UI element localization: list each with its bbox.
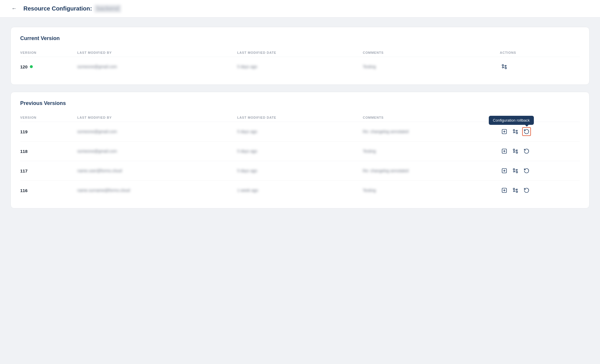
prev-col-header-modified-date: LAST MODIFIED DATE: [237, 113, 363, 122]
actions-cell: [500, 147, 580, 156]
rollback-icon: [524, 187, 529, 193]
table-row: 116 name.surname@forms.cloud 1 week ago …: [20, 181, 580, 200]
previous-versions-table: VERSION LAST MODIFIED BY LAST MODIFIED D…: [20, 113, 580, 200]
diff-icon: [512, 129, 518, 134]
top-bar: ← Resource Configuration: backend: [0, 0, 600, 18]
previous-versions-title: Previous Versions: [20, 100, 580, 106]
prev-col-header-version: VERSION: [20, 113, 77, 122]
version-number: 117: [20, 168, 77, 173]
rollback-button[interactable]: [522, 186, 531, 195]
comments: Testing: [363, 188, 376, 193]
rollback-tooltip-container: Configuration rollback: [522, 127, 531, 136]
current-version-number: 120: [20, 64, 77, 69]
comments: Testing: [363, 149, 376, 153]
rollback-button[interactable]: [522, 127, 531, 136]
rollback-icon: [524, 148, 529, 154]
current-actions-cell: [500, 62, 580, 71]
prev-col-header-comments: COMMENTS: [363, 113, 500, 122]
col-header-comments: COMMENTS: [363, 49, 500, 57]
current-version-card: Current Version VERSION LAST MODIFIED BY…: [11, 27, 589, 85]
current-diff-button[interactable]: [500, 62, 509, 71]
diff-icon: [512, 148, 518, 154]
current-version-table: VERSION LAST MODIFIED BY LAST MODIFIED D…: [20, 49, 580, 76]
current-version-title: Current Version: [20, 35, 580, 42]
rollback-icon: [524, 168, 529, 174]
current-comments: Testing: [363, 64, 376, 69]
modified-by: name.surname@forms.cloud: [77, 188, 130, 193]
actions-cell: [500, 166, 580, 175]
current-modified-date: 5 days ago: [237, 64, 257, 69]
col-header-actions: ACTIONS: [500, 49, 580, 57]
diff-button[interactable]: [511, 186, 520, 195]
restore-button[interactable]: [500, 127, 509, 136]
col-header-version: VERSION: [20, 49, 77, 57]
page-title: Resource Configuration:: [23, 5, 92, 12]
table-row: 119 someone@gmail.com 5 days ago Re: cha…: [20, 122, 580, 142]
resource-name: backend: [94, 5, 121, 13]
current-version-row: 120 someone@gmail.com 5 days ago Testing: [20, 57, 580, 77]
rollback-icon: [524, 129, 529, 134]
restore-icon: [501, 148, 507, 154]
diff-icon: [512, 187, 518, 193]
diff-button[interactable]: [511, 127, 520, 136]
modified-by: someone@gmail.com: [77, 129, 117, 134]
prev-col-header-actions: ACTIONS: [500, 113, 580, 122]
restore-button[interactable]: [500, 186, 509, 195]
restore-icon: [501, 168, 507, 174]
actions-cell: [500, 186, 580, 195]
modified-date: 1 week ago: [237, 188, 258, 193]
prev-col-header-modified-by: LAST MODIFIED BY: [77, 113, 237, 122]
version-number: 118: [20, 149, 77, 154]
current-modified-by: someone@gmail.com: [77, 64, 117, 69]
restore-icon: [501, 129, 507, 134]
diff-icon: [512, 168, 518, 174]
restore-button[interactable]: [500, 147, 509, 156]
previous-versions-card: Previous Versions VERSION LAST MODIFIED …: [11, 92, 589, 208]
modified-date: 5 days ago: [237, 129, 257, 134]
modified-by: name.user@forms.cloud: [77, 168, 122, 173]
restore-icon: [501, 187, 507, 193]
status-dot-active: [30, 65, 33, 68]
table-row: 117 name.user@forms.cloud 5 days ago Re:…: [20, 161, 580, 181]
version-number: 116: [20, 188, 77, 193]
version-number: 119: [20, 129, 77, 134]
diff-button[interactable]: [511, 147, 520, 156]
rollback-button[interactable]: [522, 166, 531, 175]
main-content: Current Version VERSION LAST MODIFIED BY…: [0, 18, 600, 218]
diff-icon: [501, 64, 507, 70]
diff-button[interactable]: [511, 166, 520, 175]
modified-date: 5 days ago: [237, 168, 257, 173]
rollback-button[interactable]: [522, 147, 531, 156]
actions-cell: Configuration rollback: [500, 127, 580, 136]
table-row: 118 someone@gmail.com 5 days ago Testing: [20, 142, 580, 161]
col-header-modified-date: LAST MODIFIED DATE: [237, 49, 363, 57]
modified-by: someone@gmail.com: [77, 149, 117, 153]
restore-button[interactable]: [500, 166, 509, 175]
col-header-modified-by: LAST MODIFIED BY: [77, 49, 237, 57]
comments: Re: changelog annotated: [363, 168, 409, 173]
back-button[interactable]: ←: [9, 4, 19, 13]
comments: Re: changelog annotated: [363, 129, 409, 134]
modified-date: 5 days ago: [237, 149, 257, 153]
